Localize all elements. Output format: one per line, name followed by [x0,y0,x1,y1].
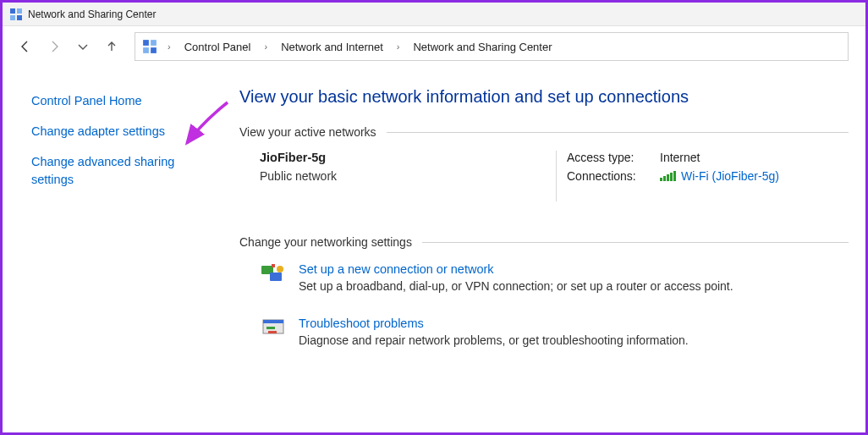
svg-rect-1 [17,8,22,14]
svg-rect-3 [17,15,22,20]
access-type-label: Access type: [567,151,660,164]
recent-dropdown[interactable] [69,32,97,61]
svg-point-10 [277,266,283,273]
chevron-right-icon[interactable]: › [261,41,271,52]
addressbar[interactable]: › Control Panel › Network and Internet ›… [135,32,849,61]
up-button[interactable] [97,32,126,61]
svg-rect-9 [270,273,282,281]
access-type-value: Internet [660,151,700,164]
sidebar-link-change-adapter[interactable]: Change adapter settings [31,123,209,141]
svg-rect-4 [143,40,149,46]
network-category: Public network [260,169,556,183]
svg-rect-14 [266,327,275,329]
connections-label: Connections: [567,169,660,183]
svg-rect-6 [143,47,149,53]
chevron-right-icon[interactable]: › [164,41,174,52]
breadcrumb-network-sharing[interactable]: Network and Sharing Center [409,36,555,58]
navbar: › Control Panel › Network and Internet ›… [3,26,865,67]
connection-link[interactable]: Wi-Fi (JioFiber-5g) [681,169,779,183]
svg-rect-15 [268,331,277,333]
divider [422,242,849,243]
svg-rect-7 [151,47,157,53]
network-center-icon [142,39,157,54]
forward-button[interactable] [40,32,69,61]
svg-rect-0 [10,8,15,14]
active-networks-title: View your active networks [239,125,376,139]
svg-rect-5 [151,40,157,46]
network-center-icon [9,8,23,21]
wifi-signal-icon [660,171,676,181]
sidebar: Control Panel Home Change adapter settin… [3,67,222,432]
troubleshoot-desc: Diagnose and repair network problems, or… [299,333,689,347]
main-panel: View your basic network information and … [222,67,865,432]
breadcrumb-control-panel[interactable]: Control Panel [181,36,255,58]
titlebar: Network and Sharing Center [3,3,865,26]
setup-connection-icon [260,261,287,288]
svg-rect-2 [10,15,15,20]
window-title: Network and Sharing Center [28,8,156,20]
back-button[interactable] [11,32,40,61]
page-heading: View your basic network information and … [239,87,849,107]
sidebar-link-change-advanced[interactable]: Change advanced sharing settings [31,153,184,190]
network-name: JioFiber-5g [260,151,556,164]
divider [387,132,849,133]
setup-connection-desc: Set up a broadband, dial-up, or VPN conn… [299,279,733,293]
svg-rect-13 [263,320,283,323]
troubleshoot-link[interactable]: Troubleshoot problems [299,317,689,330]
sidebar-link-control-panel-home[interactable]: Control Panel Home [31,92,209,111]
svg-rect-11 [272,264,275,267]
setup-connection-link[interactable]: Set up a new connection or network [299,262,733,276]
breadcrumb-network-internet[interactable]: Network and Internet [277,36,387,58]
change-settings-title: Change your networking settings [239,235,412,249]
troubleshoot-icon [260,315,287,342]
chevron-right-icon[interactable]: › [393,41,404,52]
